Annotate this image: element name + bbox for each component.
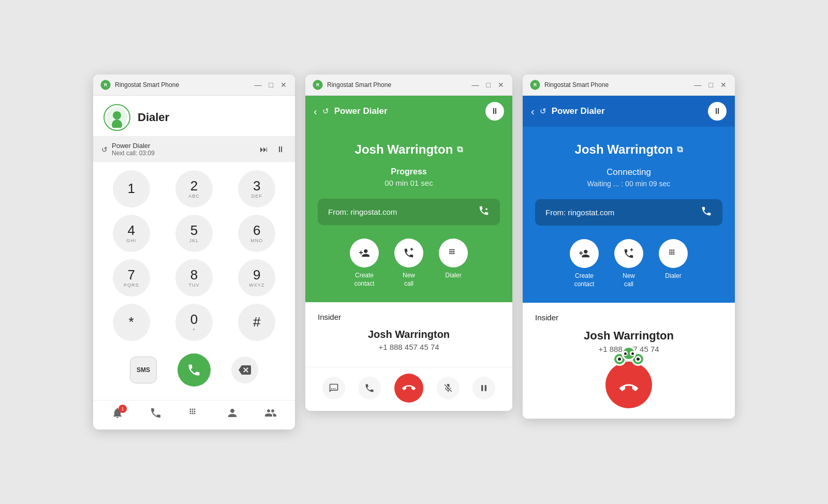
- copy-icon-blue[interactable]: ⧉: [677, 145, 683, 154]
- dial-key-6[interactable]: 6MNO: [238, 215, 275, 252]
- from-text-blue: From: ringostat.com: [545, 208, 614, 217]
- dial-key-4[interactable]: 4GHI: [113, 215, 150, 252]
- phone-transfer-icon-green: [478, 205, 490, 219]
- svg-point-11: [190, 413, 191, 414]
- end-call-btn[interactable]: [394, 374, 423, 403]
- sms-button[interactable]: SMS: [130, 357, 157, 383]
- phone-icon: [150, 407, 162, 422]
- svg-point-31: [671, 251, 673, 253]
- back-button-blue[interactable]: ‹: [531, 106, 535, 117]
- svg-point-20: [451, 251, 453, 253]
- new-call-action: Newcall: [394, 239, 423, 288]
- dial-key-hash[interactable]: #: [238, 304, 275, 341]
- dial-key-2[interactable]: 2ABC: [175, 170, 213, 207]
- dial-key-star[interactable]: *: [113, 304, 150, 341]
- new-call-btn[interactable]: [394, 239, 423, 268]
- minimize-btn-3[interactable]: —: [693, 81, 703, 89]
- dialer-btn[interactable]: [439, 239, 468, 268]
- progress-label: Progress: [318, 167, 500, 176]
- dialer-action: Dialer: [439, 239, 468, 288]
- dial-key-5[interactable]: 5JKL: [175, 215, 213, 252]
- svg-text:R: R: [104, 82, 107, 87]
- dialer-header: Dialer: [93, 96, 295, 137]
- insider-label-green: Insider: [318, 313, 500, 321]
- svg-point-12: [192, 413, 194, 414]
- call-button[interactable]: [178, 353, 211, 387]
- maximize-btn-2[interactable]: □: [485, 81, 492, 89]
- contact-icon: [226, 407, 239, 422]
- power-dialer-banner: ↺ Power Dialer Next call: 03:09 ⏭ ⏸: [93, 137, 295, 162]
- power-dialer-icon-green: ↺: [322, 107, 329, 116]
- new-call-label-blue: Newcall: [623, 272, 635, 288]
- svg-point-34: [671, 254, 673, 255]
- call-topbar-green: ‹ ↺ Power Dialer ⏸: [305, 96, 512, 127]
- ringostat-logo-icon: R: [100, 80, 111, 90]
- copy-icon-green[interactable]: ⧉: [457, 145, 463, 154]
- dial-key-0[interactable]: 0+: [175, 304, 213, 341]
- maximize-btn-1[interactable]: □: [268, 81, 274, 89]
- power-dialer-icon-blue: ↺: [540, 107, 546, 116]
- power-dialer-title-blue: Power Dialer: [552, 106, 703, 116]
- create-contact-btn[interactable]: [350, 239, 379, 268]
- contact-name-green: Josh Warrington ⧉: [318, 142, 500, 157]
- svg-point-13: [194, 413, 196, 414]
- minimize-btn-1[interactable]: —: [254, 81, 263, 89]
- close-btn-2[interactable]: ✕: [497, 81, 505, 89]
- pause-btn-blue[interactable]: ⏸: [708, 102, 727, 121]
- nav-team[interactable]: [264, 407, 277, 422]
- power-dialer-title-green: Power Dialer: [334, 106, 480, 116]
- active-call-window: R Ringostat Smart Phone — □ ✕ ‹ ↺ Power …: [305, 75, 512, 411]
- dial-key-7[interactable]: 7PQRS: [113, 259, 150, 297]
- create-contact-btn-blue[interactable]: [570, 239, 599, 268]
- call-actions-blue: Createcontact Newcall Dialer: [535, 239, 722, 288]
- phone-transfer-icon-blue: [701, 205, 712, 219]
- dial-key-1[interactable]: 1: [113, 170, 150, 207]
- transfer-btn-call[interactable]: [358, 377, 381, 399]
- dial-key-9[interactable]: 9WXYZ: [238, 259, 275, 297]
- nav-dialpad[interactable]: [188, 407, 200, 422]
- new-call-btn-blue[interactable]: [614, 239, 643, 268]
- insider-contact-name: Josh Warrington: [535, 329, 722, 343]
- svg-point-28: [671, 249, 673, 251]
- titlebar-title-1: Ringostat Smart Phone: [115, 81, 249, 88]
- svg-point-35: [673, 254, 675, 255]
- bottom-nav: 1: [93, 400, 295, 429]
- banner-pause-btn[interactable]: ⏸: [274, 143, 287, 156]
- call-actions-green: Createcontact Newcall Dialer: [318, 239, 500, 288]
- close-btn-1[interactable]: ✕: [279, 81, 288, 89]
- nav-recent-calls[interactable]: [150, 407, 162, 422]
- mute-btn-call[interactable]: [437, 377, 460, 399]
- nav-notifications[interactable]: 1: [111, 407, 124, 422]
- create-contact-action-blue: Createcontact: [570, 239, 599, 288]
- insider-label-blue: Insider: [535, 313, 722, 322]
- hold-btn-call[interactable]: [472, 377, 495, 399]
- sms-label: SMS: [137, 366, 150, 374]
- dial-key-3[interactable]: 3DEF: [238, 170, 275, 207]
- titlebar-title-3: Ringostat Smart Phone: [544, 81, 689, 88]
- maximize-btn-3[interactable]: □: [708, 81, 714, 89]
- banner-skip-btn[interactable]: ⏭: [258, 143, 270, 156]
- minimize-btn-2[interactable]: —: [471, 81, 480, 89]
- dialpad-actions: SMS: [103, 350, 285, 392]
- power-dialer-next: Next call: 03:09: [112, 150, 254, 157]
- desktop: R Ringostat Smart Phone — □ ✕ Dialer ↺: [72, 54, 756, 450]
- window-controls-3: — □ ✕: [693, 81, 728, 89]
- svg-point-3: [113, 111, 121, 120]
- close-btn-3[interactable]: ✕: [719, 81, 728, 89]
- svg-point-17: [451, 249, 453, 250]
- back-button-green[interactable]: ‹: [314, 106, 317, 117]
- sms-btn-call[interactable]: [322, 377, 345, 399]
- svg-point-6: [192, 409, 194, 410]
- dialer-btn-blue[interactable]: [659, 239, 688, 268]
- svg-point-23: [451, 253, 453, 255]
- dial-key-8[interactable]: 8TUV: [175, 259, 213, 297]
- power-dialer-text: Power Dialer Next call: 03:09: [112, 142, 254, 157]
- pause-btn-green[interactable]: ⏸: [485, 102, 504, 121]
- svg-point-27: [669, 249, 671, 251]
- call-body-green: Josh Warrington ⧉ Progress 00 min 01 sec…: [305, 127, 512, 302]
- titlebar-2: R Ringostat Smart Phone — □ ✕: [305, 75, 512, 96]
- notification-badge: 1: [119, 405, 127, 413]
- dialer-window: R Ringostat Smart Phone — □ ✕ Dialer ↺: [93, 75, 295, 429]
- nav-contacts[interactable]: [226, 407, 239, 422]
- delete-button[interactable]: [231, 357, 258, 383]
